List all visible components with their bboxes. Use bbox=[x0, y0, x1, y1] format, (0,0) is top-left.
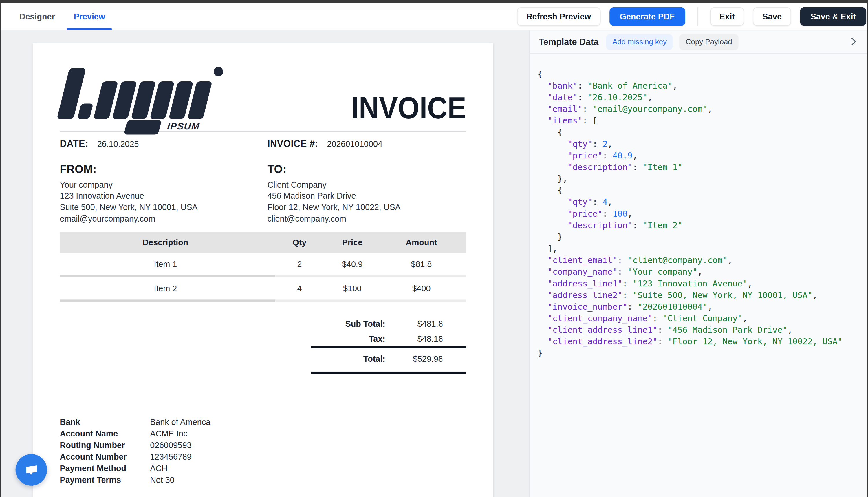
cell-qty: 4 bbox=[271, 284, 328, 294]
bank-row: Payment Terms Net 30 bbox=[60, 474, 466, 485]
items-table: Description Qty Price Amount Item 1 2 $4… bbox=[60, 232, 466, 302]
invoice-preview-area: IPSUM INVOICE DATE: 26.10.2025 INVOICE #… bbox=[1, 30, 530, 497]
total-label: Total: bbox=[311, 354, 385, 364]
cell-price: $100 bbox=[328, 284, 377, 294]
logo-dot bbox=[214, 67, 223, 76]
logo-mark bbox=[57, 68, 216, 119]
from-email: email@yourcompany.com bbox=[60, 213, 267, 224]
chat-button[interactable] bbox=[16, 454, 47, 486]
panel-header: Template Data Add missing key Copy Paylo… bbox=[530, 30, 867, 54]
template-data-panel: Template Data Add missing key Copy Paylo… bbox=[530, 30, 867, 497]
invoice-number: INVOICE #: 202601010004 bbox=[267, 139, 466, 150]
invoice-title: INVOICE bbox=[351, 93, 466, 123]
bank-label: Bank bbox=[60, 417, 150, 426]
col-price: Price bbox=[328, 238, 377, 247]
address-row: FROM: Your company 123 Innovation Avenue… bbox=[60, 163, 466, 224]
tab-designer[interactable]: Designer bbox=[13, 3, 62, 30]
tax-value: $48.18 bbox=[385, 334, 466, 343]
col-description: Description bbox=[60, 238, 271, 247]
payment-method-label: Payment Method bbox=[60, 464, 150, 473]
cell-description: Item 1 bbox=[60, 259, 271, 269]
account-number-label: Account Number bbox=[60, 452, 150, 462]
routing-number-label: Routing Number bbox=[60, 440, 150, 450]
total-value: $529.98 bbox=[385, 354, 466, 364]
bank-row: Account Name ACME Inc bbox=[60, 427, 466, 439]
generate-pdf-button[interactable]: Generate PDF bbox=[609, 7, 685, 26]
payment-terms-label: Payment Terms bbox=[60, 475, 150, 485]
to-address-1: 456 Madison Park Drive bbox=[267, 190, 466, 202]
date-value: 26.10.2025 bbox=[97, 139, 139, 148]
tab-preview[interactable]: Preview bbox=[67, 3, 112, 30]
totals-rule bbox=[311, 372, 466, 374]
table-row: Item 2 4 $100 $400 bbox=[60, 278, 466, 299]
col-qty: Qty bbox=[271, 238, 328, 247]
to-address-2: Floor 12, New York, NY 10022, USA bbox=[267, 202, 466, 213]
row-divider bbox=[60, 299, 466, 302]
totals-rule bbox=[311, 346, 466, 349]
view-tabs: Designer Preview bbox=[13, 3, 112, 30]
tax-row: Tax: $48.18 bbox=[311, 331, 466, 346]
content-area: IPSUM INVOICE DATE: 26.10.2025 INVOICE #… bbox=[1, 30, 867, 497]
account-name-value: ACME Inc bbox=[150, 429, 187, 438]
json-code[interactable]: { "bank": "Bank of America", "date": "26… bbox=[530, 54, 867, 370]
bank-row: Bank Bank of America bbox=[60, 416, 466, 427]
window-top-edge bbox=[0, 0, 868, 3]
to-email: client@company.com bbox=[267, 213, 466, 224]
col-amount: Amount bbox=[377, 238, 466, 247]
cell-qty: 2 bbox=[271, 259, 328, 269]
bank-value: Bank of America bbox=[150, 417, 211, 426]
invoice-header: IPSUM INVOICE bbox=[60, 68, 466, 131]
panel-title: Template Data bbox=[538, 37, 598, 47]
routing-number-value: 026009593 bbox=[150, 440, 192, 450]
cell-description: Item 2 bbox=[60, 284, 271, 294]
copy-payload-button[interactable]: Copy Payload bbox=[680, 34, 738, 50]
cell-amount: $81.8 bbox=[377, 259, 466, 269]
payment-terms-value: Net 30 bbox=[150, 475, 175, 485]
cell-amount: $400 bbox=[377, 284, 466, 294]
bank-details: Bank Bank of America Account Name ACME I… bbox=[60, 416, 466, 486]
header-divider bbox=[60, 131, 466, 132]
window-right-edge bbox=[867, 0, 868, 497]
invoice-page: IPSUM INVOICE DATE: 26.10.2025 INVOICE #… bbox=[33, 43, 493, 497]
table-row: Item 1 2 $40.9 $81.8 bbox=[60, 253, 466, 275]
subtotal-row: Sub Total: $481.8 bbox=[311, 316, 466, 331]
to-label: TO: bbox=[267, 163, 466, 175]
bank-row: Routing Number 026009593 bbox=[60, 439, 466, 451]
invoice-number-value: 202601010004 bbox=[327, 139, 382, 148]
bank-row: Account Number 123456789 bbox=[60, 451, 466, 462]
logo-subtext: IPSUM bbox=[167, 122, 200, 132]
add-missing-key-button[interactable]: Add missing key bbox=[606, 34, 673, 50]
refresh-preview-button[interactable]: Refresh Preview bbox=[517, 7, 600, 26]
from-company: Your company bbox=[60, 179, 267, 190]
total-row: Total: $529.98 bbox=[311, 348, 466, 369]
row-divider bbox=[60, 275, 466, 278]
from-address-2: Suite 500, New York, NY 10001, USA bbox=[60, 202, 267, 213]
app-window: Designer Preview Refresh Preview Generat… bbox=[0, 0, 868, 497]
date-label: DATE: bbox=[60, 139, 88, 150]
toolbar: Designer Preview Refresh Preview Generat… bbox=[0, 3, 868, 31]
toolbar-actions: Refresh Preview Generate PDF Exit Save S… bbox=[517, 3, 866, 30]
window-left-edge bbox=[0, 0, 1, 497]
subtotal-label: Sub Total: bbox=[311, 319, 385, 328]
from-address-1: 123 Innovation Avenue bbox=[60, 190, 267, 202]
cell-price: $40.9 bbox=[328, 259, 377, 269]
tax-label: Tax: bbox=[311, 334, 385, 343]
chat-bubble-icon bbox=[23, 462, 39, 478]
payment-method-value: ACH bbox=[150, 464, 168, 473]
save-button[interactable]: Save bbox=[753, 7, 791, 26]
to-company: Client Company bbox=[267, 179, 466, 190]
invoice-date: DATE: 26.10.2025 bbox=[60, 139, 267, 150]
bank-row: Payment Method ACH bbox=[60, 462, 466, 474]
account-number-value: 123456789 bbox=[150, 452, 192, 462]
save-exit-button[interactable]: Save & Exit bbox=[800, 7, 866, 26]
invoice-meta-row: DATE: 26.10.2025 INVOICE #: 202601010004 bbox=[60, 139, 466, 150]
chevron-right-icon[interactable] bbox=[848, 36, 859, 47]
exit-button[interactable]: Exit bbox=[710, 7, 744, 26]
table-header-row: Description Qty Price Amount bbox=[60, 232, 466, 253]
toolbar-divider bbox=[697, 7, 698, 26]
from-label: FROM: bbox=[60, 163, 267, 175]
to-block: TO: Client Company 456 Madison Park Driv… bbox=[267, 163, 466, 224]
subtotal-value: $481.8 bbox=[385, 319, 466, 328]
account-name-label: Account Name bbox=[60, 429, 150, 438]
totals-block: Sub Total: $481.8 Tax: $48.18 Total: $52… bbox=[311, 316, 466, 374]
